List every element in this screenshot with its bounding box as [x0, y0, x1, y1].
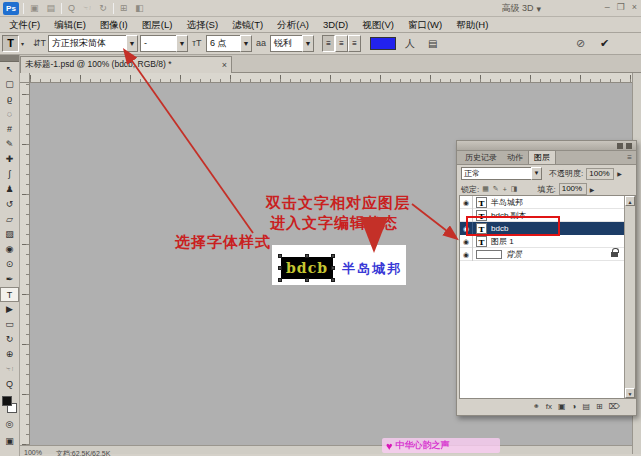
commit-edits-button[interactable]: ✔ — [600, 35, 609, 52]
layer-name[interactable]: 半岛城邦 — [491, 197, 523, 208]
selection-handle[interactable] — [278, 278, 282, 282]
layer-row-bandaochengbang[interactable]: ◉ T 半岛城邦 — [460, 196, 635, 209]
arrange-documents-icon[interactable]: ⊞ — [118, 1, 130, 16]
3d-orbit-tool[interactable]: ⊕ — [0, 347, 19, 362]
align-left-button[interactable]: ≡ — [322, 35, 335, 52]
chevron-down-icon[interactable]: ▼ — [531, 167, 542, 180]
gradient-tool[interactable]: ▨ — [0, 227, 19, 242]
brush-tool[interactable]: ʃ — [0, 167, 19, 182]
rectangular-marquee-tool[interactable]: ▢ — [0, 77, 19, 92]
selection-handle[interactable] — [331, 278, 335, 282]
selection-handle[interactable] — [278, 254, 282, 258]
zoom-level[interactable]: 100% — [24, 449, 42, 456]
color-swatches[interactable] — [0, 395, 19, 417]
lock-transparent-icon[interactable]: ▦ — [482, 185, 489, 193]
align-right-button[interactable]: ≡ — [348, 35, 361, 52]
tools-panel-header[interactable] — [0, 55, 19, 62]
path-selection-tool[interactable]: ▶ — [0, 302, 19, 317]
delete-layer-icon[interactable]: ⌦ — [609, 402, 620, 411]
opacity-value[interactable]: 100% — [586, 168, 614, 180]
chevron-down-icon[interactable]: ▼ — [126, 35, 138, 52]
toggle-panels-icon[interactable]: ▤ — [428, 35, 437, 52]
lock-all-icon[interactable]: ◨ — [511, 185, 518, 193]
panel-menu-icon[interactable]: ≡ — [627, 153, 632, 162]
layer-row-tuceng1[interactable]: ◉ T 图层 1 — [460, 235, 635, 248]
visibility-eye-icon[interactable]: ◉ — [460, 196, 473, 209]
menu-layer[interactable]: 图层(L) — [135, 17, 180, 32]
menu-help[interactable]: 帮助(H) — [449, 17, 495, 32]
opacity-slider-arrow-icon[interactable]: ▶ — [617, 170, 622, 177]
selection-handle[interactable] — [331, 254, 335, 258]
layer-row-background[interactable]: ◉ 背景 — [460, 248, 635, 261]
visibility-eye-icon[interactable]: ◉ — [460, 248, 473, 261]
selection-handle[interactable] — [305, 254, 309, 258]
chevron-down-icon[interactable]: ▼ — [176, 35, 188, 52]
quick-mask-icon[interactable]: ◎ — [0, 417, 19, 432]
tab-history[interactable]: 历史记录 — [460, 151, 502, 164]
selection-handle[interactable] — [331, 266, 335, 270]
panel-minimize-icon[interactable] — [617, 143, 623, 149]
text-selection-box[interactable]: bdcb — [279, 255, 335, 281]
menu-window[interactable]: 窗口(W) — [401, 17, 449, 32]
launch-bridge-icon[interactable]: ▣ — [28, 1, 41, 16]
hand-pan-icon[interactable]: ☜ — [81, 1, 93, 16]
shape-tool[interactable]: ▭ — [0, 317, 19, 332]
history-brush-tool[interactable]: ↺ — [0, 197, 19, 212]
chevron-down-icon[interactable]: ▼ — [302, 35, 314, 52]
minimize-button[interactable]: – — [605, 2, 610, 12]
menu-select[interactable]: 选择(S) — [179, 17, 225, 32]
screen-mode-icon[interactable]: ▣ — [0, 434, 19, 449]
group-icon[interactable]: ▤ — [582, 402, 590, 411]
move-tool[interactable]: ↖ — [0, 62, 19, 77]
blur-tool[interactable]: ◉ — [0, 242, 19, 257]
menu-3d[interactable]: 3D(D) — [316, 17, 355, 32]
align-center-button[interactable]: ≡ — [335, 35, 348, 52]
menu-filter[interactable]: 滤镜(T) — [225, 17, 270, 32]
layer-name[interactable]: 背景 — [506, 249, 522, 260]
text-orientation-icon[interactable]: ⇵T — [33, 35, 46, 52]
type-tool-preset-icon[interactable]: T — [2, 35, 19, 52]
lock-pixels-icon[interactable]: ✎ — [493, 185, 499, 193]
dodge-tool[interactable]: ⊙ — [0, 257, 19, 272]
layer-style-icon[interactable]: fx — [546, 402, 552, 411]
tab-actions[interactable]: 动作 — [502, 151, 528, 164]
rotate-view-icon[interactable]: ↻ — [97, 1, 109, 16]
crop-tool[interactable]: # — [0, 122, 19, 137]
text-layer-thumbnail[interactable]: T — [476, 197, 487, 208]
fill-value[interactable]: 100% — [559, 183, 587, 195]
selection-handle[interactable] — [278, 266, 282, 270]
scroll-up-icon[interactable]: ▲ — [625, 196, 635, 206]
text-color-swatch[interactable] — [370, 37, 396, 50]
document-text-label[interactable]: 半岛城邦 — [342, 260, 402, 278]
tool-preset-arrow-icon[interactable]: ▾ — [21, 40, 24, 47]
background-layer-thumbnail[interactable] — [476, 250, 502, 259]
lasso-tool[interactable]: ϱ — [0, 92, 19, 107]
restore-button[interactable]: ❐ — [617, 2, 625, 12]
visibility-eye-icon[interactable]: ◉ — [460, 235, 473, 248]
link-layers-icon[interactable]: ⚭ — [533, 402, 540, 411]
pen-tool[interactable]: ✒ — [0, 272, 19, 287]
panel-close-icon[interactable] — [626, 143, 632, 149]
anti-alias-dropdown[interactable]: 锐利 ▼ — [270, 35, 314, 52]
layer-name[interactable]: 图层 1 — [491, 236, 514, 247]
menu-view[interactable]: 视图(V) — [355, 17, 401, 32]
layer-mask-icon[interactable]: ▣ — [558, 402, 566, 411]
quick-selection-tool[interactable]: ◌ — [0, 107, 19, 122]
fill-slider-arrow-icon[interactable]: ▶ — [590, 186, 595, 193]
selection-handle[interactable] — [305, 278, 309, 282]
new-layer-icon[interactable]: ⊞ — [596, 402, 603, 411]
type-tool[interactable]: T — [0, 287, 19, 302]
lock-position-icon[interactable]: + — [503, 186, 507, 193]
eraser-tool[interactable]: ▱ — [0, 212, 19, 227]
close-tab-icon[interactable]: × — [222, 60, 227, 70]
healing-brush-tool[interactable]: ✚ — [0, 152, 19, 167]
document-tab[interactable]: 未标题-1.psd @ 100% (bdcb, RGB/8) * × — [20, 56, 232, 73]
warp-text-icon[interactable]: 人 — [405, 35, 415, 52]
hand-tool[interactable]: ☜ — [0, 362, 19, 377]
tab-layers[interactable]: 图层 — [528, 150, 556, 164]
clone-stamp-tool[interactable]: ♟ — [0, 182, 19, 197]
layer-list-scrollbar[interactable]: ▲ ▼ — [624, 196, 635, 398]
blend-mode-dropdown[interactable]: 正常 ▼ — [461, 167, 542, 180]
menu-image[interactable]: 图像(I) — [93, 17, 135, 32]
workspace-switcher[interactable]: 高级 3D ▾ — [501, 2, 541, 15]
